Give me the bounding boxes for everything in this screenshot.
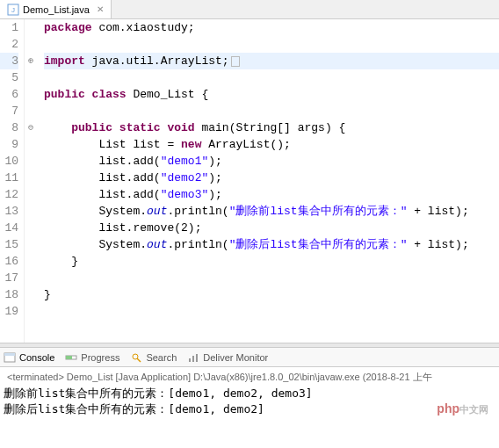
console-output-line: 删除后list集合中所有的元素：[demo1, demo2] xyxy=(4,401,495,417)
java-file-icon: J xyxy=(7,4,19,16)
line-number: 6 xyxy=(0,86,18,103)
svg-text:J: J xyxy=(11,6,15,14)
fold-toggle-icon[interactable]: ⊕ xyxy=(25,55,37,68)
watermark-main: php xyxy=(437,401,459,415)
code-line[interactable]: } xyxy=(44,253,499,270)
monitor-icon xyxy=(187,351,199,364)
line-number: 10 xyxy=(0,153,18,170)
code-line[interactable]: public class Demo_List { xyxy=(44,86,499,103)
code-line[interactable]: System.out.println("删除后list集合中所有的元素：" + … xyxy=(44,236,499,253)
code-line[interactable]: System.out.println("删除前list集合中所有的元素：" + … xyxy=(44,203,499,220)
line-number: 14 xyxy=(0,220,18,236)
tab-progress[interactable]: Progress xyxy=(65,351,119,364)
line-number: 7 xyxy=(0,103,18,119)
svg-rect-9 xyxy=(192,356,194,362)
code-line[interactable] xyxy=(44,303,499,320)
code-line[interactable]: } xyxy=(44,286,499,303)
code-line[interactable]: List list = new ArrayList(); xyxy=(44,136,499,153)
code-line[interactable] xyxy=(44,69,499,86)
line-number: 17 xyxy=(0,270,18,286)
line-number: 11 xyxy=(0,170,18,186)
line-number: 19 xyxy=(0,303,18,320)
svg-line-7 xyxy=(137,358,141,362)
editor-tab-bar: J Demo_List.java ✕ xyxy=(0,0,499,19)
code-line[interactable]: list.add("demo3"); xyxy=(44,186,499,203)
svg-rect-3 xyxy=(4,353,15,356)
code-editor[interactable]: 1235678910111213141516171819 ⊕⊖ package … xyxy=(0,19,499,343)
console-body[interactable]: <terminated> Demo_List [Java Application… xyxy=(0,367,499,419)
code-line[interactable]: package com.xiaostudy; xyxy=(44,19,499,36)
line-number: 8 xyxy=(0,119,18,136)
line-number: 12 xyxy=(0,186,18,203)
code-line[interactable]: public static void main(String[] args) { xyxy=(44,119,499,136)
collapsed-import-marker[interactable] xyxy=(231,56,240,67)
code-line[interactable] xyxy=(44,103,499,119)
line-number: 1 xyxy=(0,19,18,36)
fold-toggle-icon[interactable]: ⊖ xyxy=(25,122,37,134)
console-output-line: 删除前list集合中所有的元素：[demo1, demo2, demo3] xyxy=(4,386,495,401)
tab-console-label: Console xyxy=(19,352,54,363)
line-number: 2 xyxy=(0,36,18,53)
code-area[interactable]: package com.xiaostudy;import java.util.A… xyxy=(39,19,499,343)
code-line[interactable]: import java.util.ArrayList; xyxy=(44,53,499,69)
console-status: <terminated> Demo_List [Java Application… xyxy=(4,369,495,386)
tab-search-label: Search xyxy=(146,352,177,363)
progress-icon xyxy=(65,351,77,364)
line-number: 18 xyxy=(0,286,18,303)
line-number: 3 xyxy=(0,53,18,69)
svg-rect-8 xyxy=(189,358,191,362)
line-number: 15 xyxy=(0,236,18,253)
close-icon[interactable]: ✕ xyxy=(97,4,104,14)
tab-deliver-monitor[interactable]: Deliver Monitor xyxy=(187,351,268,364)
code-line[interactable]: list.add("demo2"); xyxy=(44,170,499,186)
tab-deliver-monitor-label: Deliver Monitor xyxy=(203,352,268,363)
line-number-gutter: 1235678910111213141516171819 xyxy=(0,19,25,343)
tab-console[interactable]: Console xyxy=(4,351,54,364)
code-line[interactable] xyxy=(44,36,499,53)
line-number: 13 xyxy=(0,203,18,220)
search-icon xyxy=(130,351,142,364)
tab-search[interactable]: Search xyxy=(130,351,177,364)
svg-rect-5 xyxy=(66,356,72,359)
code-line[interactable]: list.remove(2); xyxy=(44,220,499,236)
editor-tab-label: Demo_List.java xyxy=(23,4,90,15)
editor-tab[interactable]: J Demo_List.java ✕ xyxy=(0,0,112,18)
console-icon xyxy=(4,351,16,364)
line-number: 5 xyxy=(0,69,18,86)
fold-column: ⊕⊖ xyxy=(25,19,39,343)
watermark: php中文网 xyxy=(437,401,488,416)
tab-progress-label: Progress xyxy=(81,352,119,363)
code-line[interactable]: list.add("demo1"); xyxy=(44,153,499,170)
watermark-sub: 中文网 xyxy=(459,404,488,415)
line-number: 9 xyxy=(0,136,18,153)
line-number: 16 xyxy=(0,253,18,270)
code-line[interactable] xyxy=(44,270,499,286)
console-tab-bar: Console Progress Search Deliver Monitor xyxy=(0,348,499,367)
svg-rect-10 xyxy=(196,354,198,362)
